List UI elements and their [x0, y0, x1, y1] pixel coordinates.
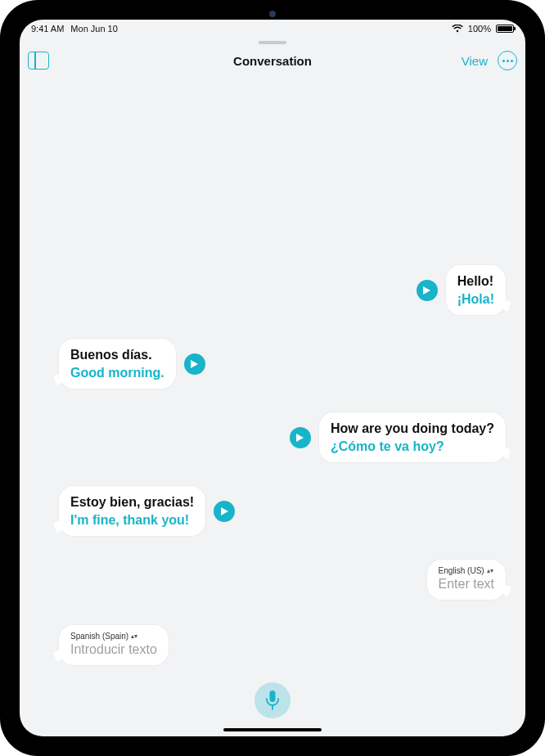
language-selector-left[interactable]: Spanish (Spain) ▴▾ — [70, 632, 157, 641]
chevron-updown-icon: ▴▾ — [131, 633, 137, 640]
microphone-icon — [264, 690, 281, 711]
language-label: Spanish (Spain) — [70, 632, 128, 641]
input-placeholder: Introducir texto — [70, 642, 157, 657]
battery-icon — [496, 25, 514, 33]
message-original: Buenos días. — [70, 347, 164, 363]
input-placeholder: Enter text — [439, 577, 494, 592]
message-row: Buenos días. Good morning. — [59, 339, 205, 389]
message-translation: ¡Hola! — [457, 291, 494, 308]
wifi-icon — [452, 25, 463, 33]
status-time: 9:41 AM — [31, 24, 64, 34]
play-button[interactable] — [214, 501, 235, 522]
battery-percent: 100% — [468, 24, 491, 34]
play-button[interactable] — [290, 427, 311, 448]
status-date: Mon Jun 10 — [70, 24, 117, 34]
sidebar-icon — [28, 52, 49, 70]
ipad-frame: 9:41 AM Mon Jun 10 100% Conversati — [0, 0, 545, 756]
message-row: Estoy bien, gracias! I'm fine, thank you… — [59, 486, 235, 536]
text-input-left[interactable]: Spanish (Spain) ▴▾ Introducir texto — [59, 625, 169, 665]
input-row-left: Spanish (Spain) ▴▾ Introducir texto — [59, 625, 169, 665]
message-bubble[interactable]: Buenos días. Good morning. — [59, 339, 176, 389]
message-original: Estoy bien, gracias! — [70, 494, 194, 511]
message-translation: I'm fine, thank you! — [70, 512, 194, 529]
page-title: Conversation — [233, 54, 312, 68]
message-translation: Good morning. — [70, 365, 164, 381]
message-row: Hello! ¡Hola! — [417, 265, 506, 315]
status-bar: 9:41 AM Mon Jun 10 100% — [20, 20, 525, 38]
front-camera — [269, 11, 276, 17]
message-translation: ¿Cómo te va hoy? — [331, 439, 494, 455]
text-input-right[interactable]: English (US) ▴▾ Enter text — [427, 560, 506, 600]
play-button[interactable] — [417, 280, 438, 301]
more-button[interactable] — [498, 51, 517, 70]
chevron-updown-icon: ▴▾ — [487, 568, 493, 574]
message-original: How are you doing today? — [331, 421, 494, 437]
message-bubble[interactable]: Estoy bien, gracias! I'm fine, thank you… — [59, 486, 205, 536]
message-original: Hello! — [457, 273, 494, 290]
input-row-right: English (US) ▴▾ Enter text — [427, 560, 506, 600]
svg-rect-0 — [270, 691, 276, 702]
nav-bar: Conversation View — [20, 44, 525, 77]
screen: 9:41 AM Mon Jun 10 100% Conversati — [20, 20, 525, 736]
conversation-area: Hello! ¡Hola! Buenos días. Good morning. — [20, 77, 525, 736]
microphone-button[interactable] — [254, 682, 291, 718]
language-label: English (US) — [439, 566, 484, 575]
play-button[interactable] — [184, 353, 205, 375]
language-selector-right[interactable]: English (US) ▴▾ — [439, 566, 494, 575]
message-row: How are you doing today? ¿Cómo te va hoy… — [290, 412, 506, 462]
message-bubble[interactable]: How are you doing today? ¿Cómo te va hoy… — [319, 412, 506, 462]
sidebar-toggle-button[interactable] — [28, 50, 49, 71]
view-button[interactable]: View — [462, 54, 488, 68]
message-bubble[interactable]: Hello! ¡Hola! — [446, 265, 506, 315]
home-indicator[interactable] — [223, 728, 322, 731]
